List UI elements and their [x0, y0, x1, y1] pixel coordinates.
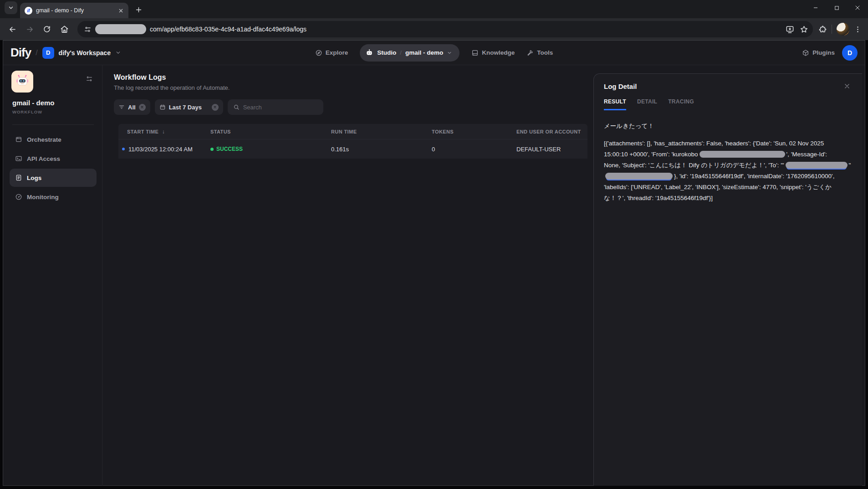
- hammer-icon: [526, 49, 534, 57]
- robot-icon: [365, 49, 373, 57]
- plugins-button[interactable]: Plugins: [802, 49, 835, 57]
- sidebar-item-logs[interactable]: Logs: [10, 169, 97, 187]
- workspace-avatar[interactable]: D: [42, 47, 54, 59]
- nav-knowledge[interactable]: Knowledge: [471, 49, 515, 57]
- sidebar-item-label: API Access: [27, 155, 60, 162]
- install-app-icon[interactable]: [786, 25, 794, 34]
- tab-close-icon[interactable]: [117, 6, 125, 15]
- workspace-name[interactable]: dify's Workspace: [59, 49, 111, 57]
- tab-detail[interactable]: DETAIL: [637, 98, 657, 110]
- nav-app-name[interactable]: gmail - demo: [405, 49, 443, 56]
- unread-dot: [122, 148, 125, 150]
- pill-slash: /: [400, 49, 402, 56]
- new-tab-button[interactable]: [132, 3, 145, 16]
- sidebar-item-label: Logs: [27, 175, 41, 181]
- sidebar-item-api-access[interactable]: API Access: [10, 149, 97, 168]
- url-text: com/app/efb68c83-035e-4c94-a1ad-dfac4c49…: [150, 26, 782, 33]
- header-tokens: TOKENS: [432, 129, 516, 134]
- tab-search-button[interactable]: [5, 1, 17, 14]
- nav-explore[interactable]: Explore: [315, 49, 348, 57]
- nav-tools[interactable]: Tools: [526, 49, 553, 57]
- log-line: な！？', 'threadId': '19a45155646f19df'}]: [604, 193, 852, 204]
- log-line: None, 'Subject': 'こんにちは！ Dify のトリガのデモだよ！…: [604, 160, 852, 171]
- gauge-icon: [15, 193, 22, 201]
- tab-result[interactable]: RESULT: [604, 98, 626, 110]
- sort-descending-icon[interactable]: ↓: [162, 129, 165, 135]
- sidebar-item-monitoring[interactable]: Monitoring: [10, 188, 97, 206]
- home-button[interactable]: [56, 21, 72, 37]
- app-settings-icon[interactable]: [86, 75, 93, 82]
- result-body: [{'attachments': [], 'has_attachments': …: [604, 138, 852, 204]
- table-header-row: START TIME ↓ STATUS RUN TIME TOKENS END …: [118, 124, 587, 139]
- browser-menu-icon[interactable]: [854, 26, 862, 33]
- app-header: Dify / D dify's Workspace Explore: [3, 41, 865, 65]
- minimize-button[interactable]: [805, 0, 826, 15]
- toolbar-separator: [832, 25, 832, 34]
- redaction-blob: [700, 151, 785, 158]
- header-start-time[interactable]: START TIME ↓: [118, 129, 210, 135]
- header-end-user: END USER OR ACCOUNT: [516, 129, 587, 134]
- log-detail-panel: Log Detail RESULT DETAIL TRACING メールきたって…: [593, 73, 862, 486]
- header-nav: Explore Studio / gmail - demo: [315, 44, 553, 62]
- table-row[interactable]: 11/03/2025 12:00:24 AM SUCCESS 0.161s 0 …: [118, 139, 587, 159]
- panel-title: Log Detail: [604, 82, 637, 90]
- clear-status-filter-icon[interactable]: [139, 104, 146, 111]
- browser-profile-avatar[interactable]: [837, 23, 849, 36]
- nav-knowledge-label: Knowledge: [482, 49, 515, 56]
- log-text: ', 'Message-Id':: [786, 151, 827, 158]
- header-status: STATUS: [210, 129, 331, 134]
- clear-period-filter-icon[interactable]: [212, 104, 219, 111]
- package-icon: [802, 49, 809, 57]
- knowledge-icon: [471, 49, 479, 57]
- status-badge: SUCCESS: [210, 146, 243, 152]
- log-text: [{'attachments': [], 'has_attachments': …: [604, 140, 824, 147]
- dify-logo[interactable]: Dify: [10, 46, 31, 60]
- nav-studio-pill[interactable]: Studio / gmail - demo: [360, 44, 460, 62]
- log-line: 'labelIds': ['UNREAD', 'Label_22', 'INBO…: [604, 182, 852, 193]
- app-chevron-icon[interactable]: [447, 50, 452, 56]
- dify-favicon: if: [25, 7, 32, 15]
- nav-explore-label: Explore: [326, 49, 348, 56]
- log-text: ": [849, 162, 851, 169]
- back-button[interactable]: [5, 21, 20, 37]
- orchestrate-icon: [15, 136, 22, 143]
- search-icon: [233, 104, 240, 110]
- tab-tracing[interactable]: TRACING: [668, 98, 694, 110]
- sidebar-item-label: Orchestrate: [27, 136, 61, 143]
- extensions-icon[interactable]: [818, 25, 827, 34]
- cell-run-time: 0.161s: [331, 146, 432, 153]
- redaction-blob: [605, 173, 673, 180]
- success-dot-icon: [210, 148, 214, 151]
- forward-button[interactable]: [22, 21, 37, 37]
- plugins-label: Plugins: [812, 49, 835, 56]
- status-filter-label: All: [128, 104, 136, 111]
- bookmark-star-icon[interactable]: [800, 25, 808, 34]
- sidebar-divider: [12, 124, 94, 125]
- search-input[interactable]: Search: [228, 99, 323, 115]
- terminal-icon: [15, 155, 22, 162]
- status-filter-chip[interactable]: All: [114, 99, 150, 115]
- sidebar-app-type: WORKFLOW: [12, 109, 97, 114]
- user-avatar[interactable]: D: [842, 45, 858, 61]
- close-window-button[interactable]: [847, 0, 868, 15]
- cell-tokens: 0: [432, 146, 516, 153]
- logs-icon: [15, 174, 22, 181]
- reload-button[interactable]: [39, 21, 55, 37]
- close-panel-icon[interactable]: [842, 81, 852, 91]
- log-text: None, 'Subject': 'こんにちは！ Dify のトリガのデモだよ！…: [604, 162, 784, 169]
- dify-app: Dify / D dify's Workspace Explore: [3, 40, 865, 486]
- log-text: な！？', 'threadId': '19a45155646f19df'}]: [604, 195, 713, 201]
- window-controls: [805, 0, 868, 15]
- workspace-chevron-icon[interactable]: [115, 50, 121, 56]
- browser-toolbar: com/app/efb68c83-035e-4c94-a1ad-dfac4c49…: [0, 18, 868, 40]
- site-settings-icon[interactable]: [84, 26, 92, 33]
- sidebar-app-name: gmail - demo: [12, 99, 97, 107]
- result-message: メールきたって！: [604, 122, 852, 130]
- sidebar-item-orchestrate[interactable]: Orchestrate: [10, 130, 97, 149]
- period-filter-chip[interactable]: Last 7 Days: [155, 99, 223, 115]
- browser-tab[interactable]: if gmail - demo - Dify: [20, 3, 128, 18]
- sidebar-item-label: Monitoring: [27, 194, 59, 201]
- maximize-button[interactable]: [826, 0, 847, 15]
- address-bar[interactable]: com/app/efb68c83-035e-4c94-a1ad-dfac4c49…: [77, 21, 813, 37]
- toolbar-right: [818, 23, 863, 36]
